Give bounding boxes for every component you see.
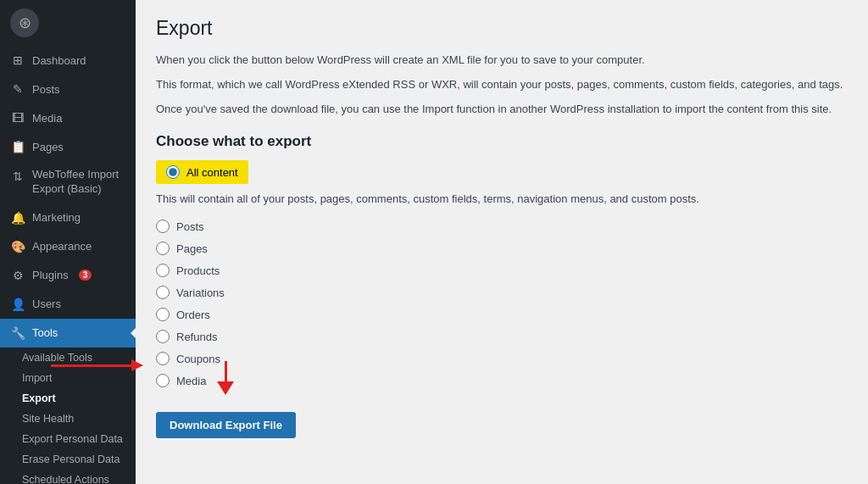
products-radio[interactable]: [156, 264, 170, 277]
down-arrow-line: [225, 361, 227, 381]
plugins-icon: ⚙: [10, 268, 25, 283]
radio-option-media[interactable]: Media: [156, 370, 848, 392]
posts-radio[interactable]: [156, 220, 170, 233]
sidebar-sub-site-health[interactable]: Site Health: [0, 409, 136, 429]
sidebar-item-label: Posts: [32, 83, 60, 96]
sidebar-item-label: Plugins: [32, 269, 69, 281]
sidebar-sub-export[interactable]: Export: [0, 388, 136, 409]
download-button-area: Download Export File: [156, 398, 296, 438]
sidebar-item-pages[interactable]: 📋 Pages: [0, 132, 136, 161]
radio-option-variations[interactable]: Variations: [156, 281, 848, 303]
sidebar-item-appearance[interactable]: 🎨 Appearance: [0, 232, 136, 261]
sidebar-item-posts[interactable]: ✎ Posts: [0, 75, 136, 103]
sidebar-sub-available-tools[interactable]: Available Tools: [0, 348, 136, 368]
sidebar-item-label: Marketing: [32, 211, 81, 224]
all-content-radio[interactable]: [166, 165, 180, 179]
desc1: When you click the button below WordPres…: [156, 52, 848, 70]
appearance-icon: 🎨: [10, 239, 25, 254]
sidebar-sub-export-personal-data[interactable]: Export Personal Data: [0, 429, 136, 449]
wp-logo-icon: ⊛: [19, 14, 31, 32]
media-radio[interactable]: [156, 374, 170, 387]
radio-option-pages[interactable]: Pages: [156, 237, 848, 259]
sidebar-item-label: WebToffee Import Export (Basic): [32, 168, 125, 197]
orders-radio[interactable]: [156, 308, 170, 321]
sidebar-sub-erase-personal-data[interactable]: Erase Personal Data: [0, 449, 136, 470]
page-title: Export: [156, 17, 848, 40]
sidebar-item-label: Dashboard: [32, 54, 86, 67]
radio-option-coupons[interactable]: Coupons: [156, 348, 848, 370]
posts-icon: ✎: [10, 81, 25, 97]
download-export-button[interactable]: Download Export File: [156, 412, 296, 438]
choose-export-title: Choose what to export: [156, 133, 848, 150]
sidebar-item-label: Appearance: [32, 240, 92, 253]
radio-option-posts[interactable]: Posts: [156, 215, 848, 237]
sidebar-item-plugins[interactable]: ⚙ Plugins 3: [0, 261, 136, 290]
variations-label: Variations: [176, 287, 225, 299]
coupons-label: Coupons: [176, 353, 220, 365]
users-icon: 👤: [10, 297, 25, 312]
sidebar-item-webtoffee[interactable]: ⇅ WebToffee Import Export (Basic): [0, 161, 136, 203]
media-label: Media: [176, 375, 206, 387]
products-label: Products: [176, 264, 220, 277]
all-content-label: All content: [186, 166, 238, 179]
sidebar-item-tools[interactable]: 🔧 Tools: [0, 319, 136, 348]
sidebar-menu: ⊞ Dashboard ✎ Posts 🎞 Media 📋 Pages ⇅ We…: [0, 46, 136, 484]
posts-label: Posts: [176, 220, 204, 233]
export-label: Export: [22, 392, 56, 404]
desc2: This format, which we call WordPress eXt…: [156, 76, 848, 94]
main-content: Export When you click the button below W…: [136, 0, 868, 484]
pages-label: Pages: [176, 242, 208, 255]
download-arrow-annotation: [217, 361, 234, 395]
radio-option-refunds[interactable]: Refunds: [156, 325, 848, 348]
radio-option-products[interactable]: Products: [156, 259, 848, 281]
all-content-description: This will contain all of your posts, pag…: [156, 192, 848, 205]
sidebar: ⊛ ⊞ Dashboard ✎ Posts 🎞 Media 📋 Pages ⇅ …: [0, 0, 136, 484]
sidebar-item-label: Tools: [32, 326, 58, 339]
wp-logo-area: ⊛: [0, 0, 136, 46]
sidebar-item-users[interactable]: 👤 Users: [0, 290, 136, 319]
desc3: Once you've saved the download file, you…: [156, 101, 848, 119]
sidebar-item-label: Users: [32, 298, 61, 310]
webtoffee-icon: ⇅: [10, 169, 25, 184]
plugins-badge: 3: [79, 270, 92, 281]
media-icon: 🎞: [10, 110, 25, 125]
sidebar-item-label: Pages: [32, 141, 64, 153]
pages-radio[interactable]: [156, 242, 170, 255]
all-content-option[interactable]: All content: [156, 160, 248, 184]
sidebar-item-marketing[interactable]: 🔔 Marketing: [0, 203, 136, 232]
sidebar-sub-import[interactable]: Import: [0, 368, 136, 388]
dashboard-icon: ⊞: [10, 53, 25, 68]
coupons-radio[interactable]: [156, 352, 170, 365]
variations-radio[interactable]: [156, 286, 170, 299]
sidebar-item-dashboard[interactable]: ⊞ Dashboard: [0, 46, 136, 75]
refunds-radio[interactable]: [156, 330, 170, 343]
pages-icon: 📋: [10, 139, 25, 154]
sidebar-item-label: Media: [32, 112, 62, 125]
radio-option-orders[interactable]: Orders: [156, 303, 848, 325]
wp-logo: ⊛: [10, 8, 39, 37]
sidebar-sub-scheduled-actions[interactable]: Scheduled Actions: [0, 470, 136, 484]
export-options-list: Posts Pages Products Variations Orders R…: [156, 215, 848, 392]
refunds-label: Refunds: [176, 331, 217, 343]
down-arrow-head: [217, 381, 234, 395]
orders-label: Orders: [176, 309, 210, 321]
tools-icon: 🔧: [10, 325, 25, 341]
marketing-icon: 🔔: [10, 210, 25, 225]
sidebar-item-media[interactable]: 🎞 Media: [0, 103, 136, 132]
